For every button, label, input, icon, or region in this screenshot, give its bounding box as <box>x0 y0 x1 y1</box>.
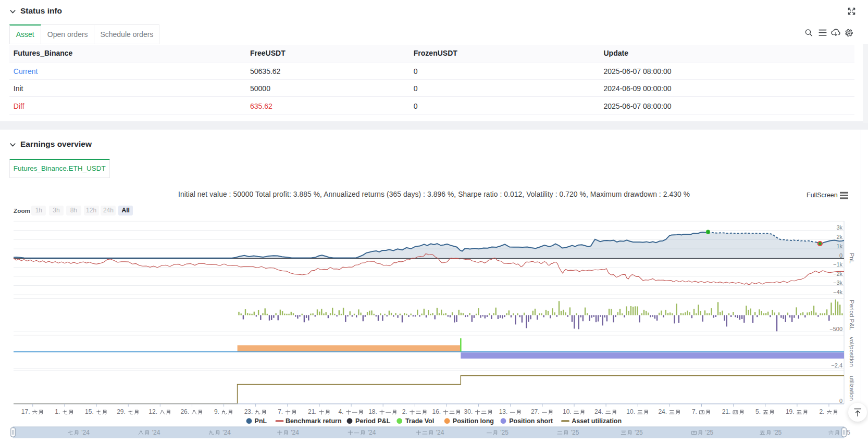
svg-text:PnL: PnL <box>255 417 267 425</box>
svg-text:29.: 29. <box>117 408 126 415</box>
svg-text:Position short: Position short <box>509 417 553 425</box>
svg-text:9.: 9. <box>214 408 219 415</box>
svg-text:Trade Vol: Trade Vol <box>405 417 434 425</box>
svg-text:7.: 7. <box>692 408 697 415</box>
svg-text:26.: 26. <box>180 408 189 415</box>
svg-text:'25: '25 <box>705 429 714 436</box>
svg-text:−1k: −1k <box>833 261 843 268</box>
svg-text:3k: 3k <box>836 224 842 231</box>
svg-text:5.: 5. <box>755 408 761 415</box>
svg-text:vol/position: vol/position <box>849 337 855 367</box>
svg-text:'24: '24 <box>222 429 231 436</box>
svg-text:Position long: Position long <box>453 417 494 425</box>
svg-text:Period P&L: Period P&L <box>849 300 855 331</box>
svg-text:7.: 7. <box>278 408 283 415</box>
svg-text:4.: 4. <box>338 408 343 415</box>
svg-text:utilization: utilization <box>849 376 855 401</box>
svg-text:'25: '25 <box>635 429 643 436</box>
svg-text:Asset utilization: Asset utilization <box>572 417 622 425</box>
svg-text:Period P&L: Period P&L <box>355 417 391 425</box>
svg-text:2.: 2. <box>819 408 824 415</box>
svg-text:16.: 16. <box>432 408 441 415</box>
svg-text:'24: '24 <box>436 429 444 436</box>
svg-text:10.: 10. <box>563 408 572 415</box>
svg-text:21.: 21. <box>308 408 317 415</box>
svg-text:'24: '24 <box>368 429 376 436</box>
svg-text:'24: '24 <box>152 429 160 436</box>
svg-text:−500: −500 <box>829 326 842 332</box>
svg-text:23.: 23. <box>244 408 253 415</box>
svg-text:−3k: −3k <box>833 280 843 286</box>
svg-text:30.: 30. <box>464 408 473 415</box>
svg-text:19.: 19. <box>786 408 795 415</box>
svg-text:'25: '25 <box>774 429 782 436</box>
svg-text:12.: 12. <box>148 408 157 415</box>
svg-text:1k: 1k <box>836 243 842 249</box>
svg-text:'25: '25 <box>571 429 579 436</box>
svg-text:0: 0 <box>839 252 842 259</box>
svg-text:'24: '24 <box>81 429 90 436</box>
svg-text:'25: '25 <box>500 429 509 436</box>
svg-text:27.: 27. <box>531 408 540 415</box>
svg-text:15.: 15. <box>85 408 94 415</box>
svg-text:Benchmark return: Benchmark return <box>286 417 342 425</box>
svg-text:24.: 24. <box>658 408 667 415</box>
svg-text:'24: '24 <box>291 429 299 436</box>
svg-text:−4k: −4k <box>833 289 843 295</box>
svg-text:2k: 2k <box>836 234 842 240</box>
svg-text:2.: 2. <box>402 408 407 415</box>
svg-text:13.: 13. <box>499 408 508 415</box>
svg-text:18.: 18. <box>368 408 377 415</box>
svg-text:21.: 21. <box>722 408 731 415</box>
svg-text:1.: 1. <box>55 408 60 415</box>
svg-text:−2.4: −2.4 <box>831 362 842 369</box>
svg-text:0: 0 <box>839 398 842 404</box>
svg-text:10.: 10. <box>626 408 635 415</box>
svg-text:−2k: −2k <box>833 271 843 277</box>
svg-text:PnL: PnL <box>849 253 855 264</box>
svg-text:24.: 24. <box>594 408 603 415</box>
svg-text:17.: 17. <box>21 408 30 415</box>
